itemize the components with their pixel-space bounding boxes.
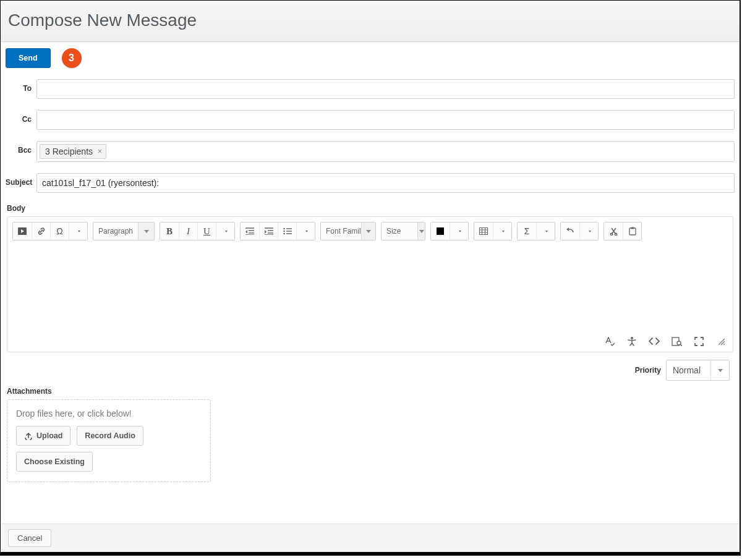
fullscreen-icon[interactable]: [693, 336, 704, 347]
undo-dropdown[interactable]: [579, 223, 598, 240]
equation-dropdown[interactable]: [536, 223, 555, 240]
underline-button[interactable]: U: [197, 223, 216, 240]
bold-button[interactable]: B: [160, 223, 179, 240]
insert-link-button[interactable]: [32, 223, 50, 240]
svg-marker-8: [566, 227, 569, 231]
svg-point-4: [283, 228, 285, 230]
record-audio-button[interactable]: Record Audio: [77, 426, 143, 446]
page-header: Compose New Message: [1, 1, 740, 42]
dropzone-hint: Drop files here, or click below!: [16, 409, 202, 418]
cc-label: Cc: [6, 110, 32, 124]
spellcheck-icon[interactable]: [604, 336, 615, 347]
step-badge: 3: [62, 48, 82, 68]
list-dropdown[interactable]: [296, 223, 315, 240]
subject-label: Subject: [6, 173, 32, 187]
outdent-button[interactable]: [241, 223, 259, 240]
svg-point-6: [283, 233, 285, 235]
footer-bar: Cancel: [1, 524, 740, 552]
svg-rect-12: [631, 227, 634, 229]
chevron-down-icon: [710, 360, 729, 380]
attachments-dropzone[interactable]: Drop files here, or click below! Upload …: [7, 399, 211, 482]
bcc-recipient-chip[interactable]: 3 Recipients ×: [40, 144, 106, 159]
bcc-chip-text: 3 Recipients: [45, 146, 93, 156]
upload-button[interactable]: Upload: [16, 426, 70, 446]
body-label: Body: [7, 204, 735, 213]
cut-button[interactable]: [604, 223, 623, 240]
choose-existing-button[interactable]: Choose Existing: [16, 452, 93, 472]
svg-point-5: [283, 231, 285, 232]
svg-marker-2: [245, 230, 247, 234]
accessibility-icon[interactable]: [626, 336, 638, 347]
cancel-button[interactable]: Cancel: [8, 529, 51, 547]
paste-button[interactable]: [623, 223, 641, 240]
chevron-down-icon: [361, 223, 375, 240]
to-field[interactable]: [36, 79, 735, 99]
send-button[interactable]: Send: [6, 48, 51, 68]
upload-icon: [24, 432, 33, 440]
bcc-label: Bcc: [6, 141, 32, 155]
insert-table-button[interactable]: [474, 223, 493, 240]
priority-label: Priority: [635, 366, 661, 375]
insert-media-button[interactable]: [13, 223, 32, 240]
bcc-field[interactable]: 3 Recipients ×: [36, 141, 735, 162]
remove-chip-icon[interactable]: ×: [98, 147, 102, 156]
chevron-down-icon: [138, 223, 154, 240]
undo-button[interactable]: [561, 223, 579, 240]
to-label: To: [6, 79, 32, 93]
text-color-dropdown[interactable]: [450, 223, 468, 240]
svg-point-13: [631, 337, 633, 339]
list-button[interactable]: [278, 223, 296, 240]
resize-handle-icon[interactable]: [715, 336, 727, 347]
subject-field[interactable]: [36, 173, 735, 193]
insert-symbol-button[interactable]: Ω: [50, 223, 69, 240]
text-color-button[interactable]: [431, 223, 450, 240]
preview-icon[interactable]: [671, 336, 682, 347]
attachments-label: Attachments: [7, 387, 735, 396]
editor-footer-tools: [604, 336, 727, 347]
paragraph-style-select[interactable]: Paragraph: [93, 222, 155, 240]
insert-more-dropdown[interactable]: [69, 223, 87, 240]
cc-field[interactable]: [36, 110, 735, 130]
font-size-select[interactable]: Size: [381, 222, 425, 240]
priority-select[interactable]: Normal: [666, 360, 730, 381]
indent-button[interactable]: [259, 223, 278, 240]
table-dropdown[interactable]: [493, 223, 511, 240]
svg-rect-7: [480, 228, 488, 235]
equation-button[interactable]: Σ: [518, 223, 536, 240]
chevron-down-icon: [417, 223, 425, 240]
editor-toolbar: Ω Paragraph B I U: [7, 217, 733, 245]
text-format-dropdown[interactable]: [216, 223, 234, 240]
rich-text-editor: Ω Paragraph B I U: [7, 216, 733, 352]
svg-rect-11: [629, 228, 636, 235]
italic-button[interactable]: I: [179, 223, 197, 240]
svg-marker-3: [265, 230, 267, 234]
editor-body[interactable]: [7, 245, 733, 338]
page-title: Compose New Message: [8, 11, 732, 30]
font-family-select[interactable]: Font Famil: [320, 222, 376, 240]
html-source-icon[interactable]: [649, 336, 660, 347]
